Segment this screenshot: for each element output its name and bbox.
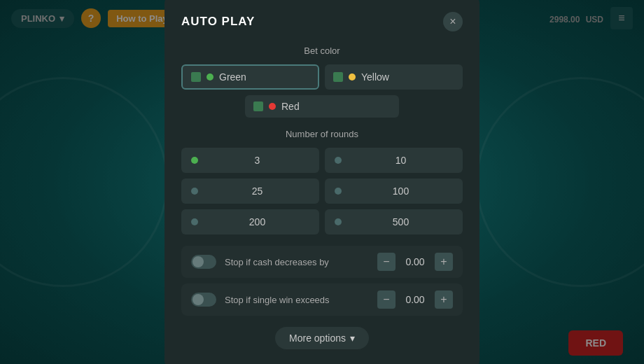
more-options-label: More options <box>289 332 346 344</box>
red-square-icon <box>253 102 263 111</box>
color-option-yellow[interactable]: Yellow <box>325 64 463 90</box>
stop-cash-value: 0.00 <box>401 256 429 267</box>
rounds-label: Number of rounds <box>181 129 463 139</box>
stop-cash-minus-button[interactable]: − <box>377 253 396 271</box>
color-option-green[interactable]: Green <box>181 64 319 90</box>
stop-win-exceeds-option: Stop if single win exceeds − 0.00 + <box>181 284 463 316</box>
green-dot-icon <box>206 74 214 80</box>
round-option-3[interactable]: 3 <box>181 148 319 173</box>
round-value-10: 10 <box>349 155 453 166</box>
round-dot-3 <box>191 157 198 164</box>
round-option-500[interactable]: 500 <box>325 209 463 234</box>
bet-color-grid: Green Yellow <box>181 64 463 90</box>
color-option-red[interactable]: Red <box>245 95 399 118</box>
green-square-icon <box>191 72 201 82</box>
stop-win-plus-button[interactable]: + <box>435 290 453 309</box>
round-value-25: 25 <box>205 186 309 197</box>
round-dot-100 <box>335 188 342 195</box>
stop-cash-controls: − 0.00 + <box>377 253 453 271</box>
round-dot-10 <box>335 157 342 164</box>
round-value-500: 500 <box>349 216 453 227</box>
stop-win-toggle[interactable] <box>191 293 216 307</box>
round-value-200: 200 <box>205 216 309 227</box>
close-icon: × <box>449 15 456 28</box>
red-dot-icon <box>269 103 276 110</box>
more-options-chevron-icon: ▾ <box>350 332 355 344</box>
round-value-100: 100 <box>349 186 453 197</box>
green-label: Green <box>219 71 246 83</box>
more-options-button[interactable]: More options ▾ <box>275 327 369 349</box>
yellow-dot-icon <box>349 74 356 80</box>
round-dot-200 <box>191 218 198 225</box>
stop-win-minus-button[interactable]: − <box>377 290 396 309</box>
rounds-grid: 3 10 25 100 200 500 <box>181 148 463 234</box>
stop-cash-label: Stop if cash decreases by <box>225 257 369 267</box>
stop-cash-plus-button[interactable]: + <box>435 253 453 271</box>
round-value-3: 3 <box>205 155 309 166</box>
yellow-square-icon <box>333 72 343 82</box>
stop-cash-toggle[interactable] <box>191 255 216 269</box>
round-option-100[interactable]: 100 <box>325 178 463 204</box>
round-option-200[interactable]: 200 <box>181 209 319 234</box>
stop-win-label: Stop if single win exceeds <box>225 295 369 305</box>
modal-title: AUTO PLAY <box>181 15 255 29</box>
round-dot-25 <box>191 188 198 195</box>
autoplay-modal: AUTO PLAY × Bet color Green Yellow Red N… <box>164 0 479 364</box>
stop-cash-decrease-option: Stop if cash decreases by − 0.00 + <box>181 246 463 278</box>
modal-header: AUTO PLAY × <box>181 12 463 31</box>
rounds-section: Number of rounds 3 10 25 100 200 <box>181 129 463 234</box>
yellow-label: Yellow <box>361 71 389 83</box>
bet-color-single-row: Red <box>181 95 463 118</box>
close-button[interactable]: × <box>443 12 463 31</box>
round-dot-500 <box>335 218 342 225</box>
stop-win-value: 0.00 <box>401 294 429 305</box>
bet-color-label: Bet color <box>181 46 463 56</box>
round-option-10[interactable]: 10 <box>325 148 463 173</box>
stop-win-controls: − 0.00 + <box>377 290 453 309</box>
more-options-container: More options ▾ <box>181 327 463 349</box>
red-label: Red <box>281 101 300 112</box>
round-option-25[interactable]: 25 <box>181 178 319 204</box>
